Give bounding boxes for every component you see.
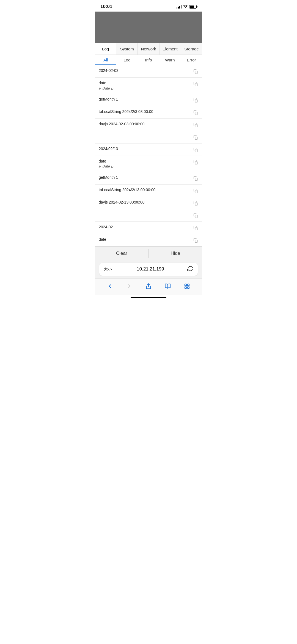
log-text: date ▶ Date {} <box>99 159 191 169</box>
copy-icon[interactable] <box>193 213 199 219</box>
svg-rect-12 <box>195 227 197 230</box>
tab-all[interactable]: All <box>95 55 116 65</box>
log-item: 2024-02 <box>95 222 202 234</box>
wifi-icon <box>183 4 188 9</box>
svg-rect-10 <box>195 202 197 205</box>
copy-icon[interactable] <box>193 147 199 153</box>
log-item: 2024/02/13 <box>95 144 202 156</box>
copy-icon[interactable] <box>193 97 199 103</box>
log-item: getMonth 1 <box>95 172 202 185</box>
svg-rect-17 <box>185 286 186 288</box>
copy-icon[interactable] <box>193 134 199 140</box>
tab-warn[interactable]: Warn <box>159 55 181 65</box>
tab-storage[interactable]: Storage <box>181 43 202 55</box>
copy-icon[interactable] <box>193 175 199 182</box>
log-text: dayjs 2024-02-03 00:00:00 <box>99 121 191 127</box>
log-text: date ▶ Date {} <box>99 80 191 91</box>
log-item: toLocalString 2024/2/3 08:00:00 <box>95 106 202 119</box>
tab-info[interactable]: Info <box>138 55 159 65</box>
copy-icon[interactable] <box>193 188 199 194</box>
svg-rect-4 <box>195 125 197 127</box>
status-time: 10:01 <box>100 4 112 9</box>
home-bar <box>131 297 166 298</box>
log-text: 2024-02-03 <box>99 68 191 74</box>
log-item: date ▶ Date {} <box>95 78 202 94</box>
copy-icon[interactable] <box>193 122 199 128</box>
browser-nav <box>95 278 202 295</box>
svg-rect-1 <box>195 83 197 86</box>
log-list: 2024-02-03 date ▶ Date {} getMonth 1 <box>95 65 202 247</box>
tab-log-filter[interactable]: Log <box>116 55 138 65</box>
svg-rect-15 <box>185 284 186 285</box>
copy-icon[interactable] <box>193 225 199 231</box>
svg-rect-6 <box>195 149 197 152</box>
svg-rect-0 <box>195 71 197 74</box>
tab-bar-2: All Log Info Warn Error <box>95 55 202 65</box>
copy-icon[interactable] <box>193 200 199 206</box>
log-item: 2024-02-03 <box>95 65 202 78</box>
bookmarks-button[interactable] <box>161 282 174 290</box>
svg-rect-8 <box>195 178 197 180</box>
status-icons <box>177 4 197 9</box>
log-item <box>95 209 202 222</box>
tab-system[interactable]: System <box>116 43 138 55</box>
svg-rect-7 <box>195 162 197 164</box>
gray-header <box>95 12 202 43</box>
log-text: getMonth 1 <box>99 97 191 102</box>
battery-icon <box>189 5 197 9</box>
tab-bar-1: Log System Network Element Storage <box>95 43 202 55</box>
svg-rect-18 <box>188 286 189 288</box>
log-item: getMonth 1 <box>95 94 202 106</box>
log-item: date ▶ Date {} <box>95 156 202 172</box>
signal-icon <box>177 5 182 9</box>
copy-icon[interactable] <box>193 110 199 116</box>
copy-icon[interactable] <box>193 81 199 87</box>
svg-rect-5 <box>195 137 197 140</box>
tab-log[interactable]: Log <box>95 43 116 55</box>
log-text: getMonth 1 <box>99 175 191 180</box>
copy-icon[interactable] <box>193 237 199 243</box>
svg-rect-13 <box>195 240 197 242</box>
tab-element[interactable]: Element <box>160 43 181 55</box>
tabs-button[interactable] <box>181 282 193 290</box>
bottom-action-bar: Clear Hide <box>95 247 202 260</box>
svg-rect-2 <box>195 100 197 102</box>
svg-rect-11 <box>195 215 197 218</box>
log-item: toLocalString 2024/2/13 00:00:00 <box>95 185 202 197</box>
address-bar-inner: 大小 10.21.21.199 <box>99 263 198 276</box>
address-bar: 大小 10.21.21.199 <box>95 260 202 278</box>
log-text: date <box>99 237 191 242</box>
share-button[interactable] <box>142 282 155 290</box>
log-text: 2024-02 <box>99 224 191 230</box>
log-text: 2024/02/13 <box>99 146 191 152</box>
log-text: toLocalString 2024/2/3 08:00:00 <box>99 109 191 115</box>
address-url[interactable]: 10.21.21.199 <box>116 266 185 272</box>
size-label: 大小 <box>104 267 114 272</box>
forward-button[interactable] <box>123 282 136 290</box>
svg-rect-9 <box>195 190 197 193</box>
hide-button[interactable]: Hide <box>149 247 202 260</box>
log-sub-text: ▶ Date {} <box>99 86 191 91</box>
clear-button[interactable]: Clear <box>95 247 148 260</box>
log-item: date <box>95 234 202 247</box>
log-item: dayjs 2024-02-03 00:00:00 <box>95 119 202 131</box>
log-item: dayjs 2024-02-13 00:00:00 <box>95 197 202 209</box>
refresh-icon[interactable] <box>187 266 193 273</box>
copy-icon[interactable] <box>193 159 199 165</box>
log-item <box>95 131 202 144</box>
tab-error[interactable]: Error <box>181 55 202 65</box>
svg-rect-16 <box>188 284 189 285</box>
home-indicator <box>95 295 202 300</box>
log-text <box>99 134 191 139</box>
log-text: toLocalString 2024/2/13 00:00:00 <box>99 187 191 193</box>
log-sub-text: ▶ Date {} <box>99 164 191 169</box>
svg-rect-3 <box>195 112 197 115</box>
back-button[interactable] <box>104 282 116 290</box>
copy-icon[interactable] <box>193 69 199 75</box>
status-bar: 10:01 <box>95 0 202 12</box>
tab-network[interactable]: Network <box>138 43 159 55</box>
log-text <box>99 212 191 218</box>
log-text: dayjs 2024-02-13 00:00:00 <box>99 200 191 205</box>
